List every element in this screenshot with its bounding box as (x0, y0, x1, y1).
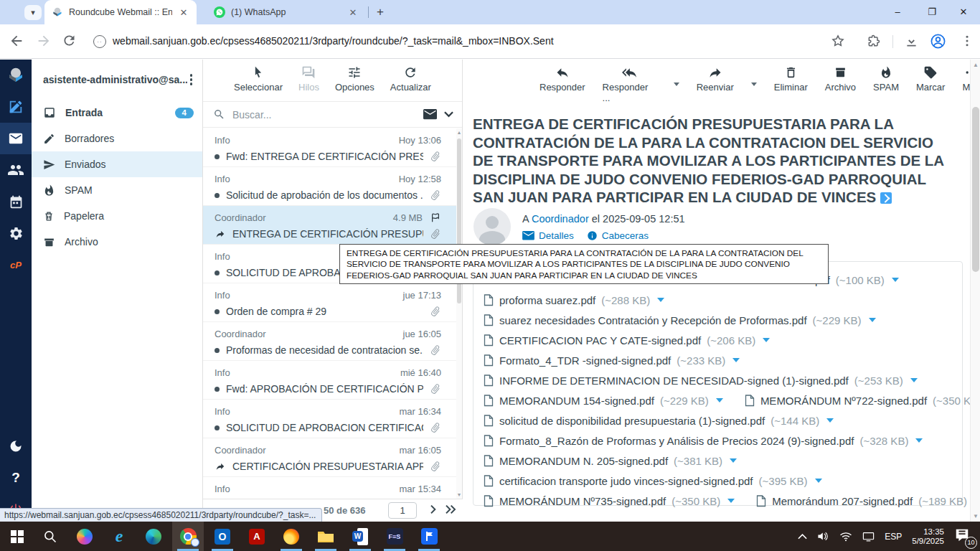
start-button[interactable] (1, 522, 33, 551)
contacts-icon[interactable] (0, 154, 32, 186)
taskbar-clock[interactable]: 13:35 5/9/2025 (912, 527, 944, 546)
message-row-selected[interactable]: Coordinador4.9 MB ENTREGA DE CERTIFICACI… (203, 206, 457, 245)
cpanel-logo[interactable]: cP (0, 249, 32, 281)
word-icon[interactable]: W (344, 522, 376, 551)
account-menu-icon[interactable] (187, 71, 196, 88)
notification-center-icon[interactable]: 10 (954, 527, 973, 546)
last-page-icon[interactable] (443, 504, 458, 515)
copilot-icon[interactable] (69, 522, 100, 551)
connect-display-icon[interactable] (862, 531, 875, 542)
profile-avatar-icon[interactable] (930, 33, 947, 50)
attachment-item[interactable]: Formato_4_TDR -signed-signed.pdf (~233 K… (484, 354, 740, 367)
attachment-item[interactable]: MEMORANDUM 154-signed.pdf (~229 KB) (484, 395, 723, 407)
tab-roundcube[interactable]: Roundcube Webmail :: Enviados ✕ (44, 0, 197, 24)
tab-close-icon[interactable]: ✕ (178, 7, 189, 18)
message-row[interactable]: Infomié 16:40 Fwd: APROBACIÓN DE CERTIFI… (203, 361, 457, 400)
threads-button[interactable]: Hilos (298, 65, 319, 101)
address-bar[interactable]: webmail.sanjuan.gob.ec/cpsess4685020211/… (113, 35, 554, 47)
forward-caret-icon[interactable] (751, 83, 757, 86)
refresh-button[interactable]: Actualizar (390, 65, 431, 101)
tray-expand-chevron-icon[interactable] (798, 533, 807, 540)
taskbar-search-icon[interactable] (34, 522, 66, 551)
window-minimize-button[interactable]: – (881, 0, 914, 24)
extensions-icon[interactable] (867, 34, 884, 51)
dark-mode-moon-icon[interactable] (0, 430, 32, 462)
attachment-item[interactable]: suarez necesidades Contratación y Recepc… (484, 314, 876, 326)
message-row[interactable]: Coordinadorjue 16:05 Proformas de necesi… (203, 322, 457, 361)
attachment-item[interactable]: Formato_8_Razón de Proformas y Análisis … (484, 435, 923, 447)
forward-button[interactable]: Reenviar (697, 65, 734, 101)
sidebar-item-enviados[interactable]: Enviados (32, 151, 202, 177)
reply-all-button[interactable]: Responder ... (603, 65, 656, 101)
scroll-down-icon[interactable]: ▼ (971, 513, 980, 519)
search-options-chevron-icon[interactable] (444, 111, 453, 118)
reload-icon[interactable] (62, 33, 79, 50)
bookmark-star-icon[interactable] (831, 34, 848, 51)
sidebar-item-entrada[interactable]: Entrada 4 (32, 100, 202, 126)
attachment-item[interactable]: solicitud de disponibilidad presupuestar… (484, 415, 834, 427)
sidebar-item-archivo[interactable]: Archivo (32, 229, 202, 255)
attachment-item[interactable]: MEMORÁNDUM Nº722-signed.pdf (~350 KB) (745, 395, 980, 407)
attachment-caret-icon[interactable] (892, 278, 899, 282)
file-explorer-icon[interactable] (310, 522, 341, 551)
next-page-icon[interactable] (427, 504, 438, 515)
attachment-item[interactable]: certificacion transporte judo vinces-sig… (484, 475, 822, 487)
attachment-caret-icon[interactable] (915, 438, 923, 443)
wifi-icon[interactable] (839, 532, 852, 542)
archive-button[interactable]: Archivo (825, 65, 856, 101)
new-tab-button[interactable]: + (373, 5, 387, 19)
recipient-link[interactable]: Coordinador (532, 213, 589, 225)
tab-list-chevron-icon[interactable]: ▾ (24, 5, 42, 20)
acrobat-icon[interactable]: A (241, 522, 273, 551)
message-row[interactable]: InfoHoy 12:58 Solicitud de aprobación de… (203, 167, 457, 206)
internet-explorer-icon[interactable]: e (103, 522, 135, 551)
mail-module-icon[interactable] (0, 123, 32, 154)
options-button[interactable]: Opciones (335, 65, 374, 101)
flag-icon[interactable] (430, 212, 441, 223)
message-scrollbar[interactable]: ▲ ▼ (970, 60, 980, 522)
language-indicator[interactable]: ESP (885, 532, 902, 542)
calendar-icon[interactable] (0, 186, 32, 217)
page-input[interactable]: 1 (388, 502, 417, 519)
site-info-icon[interactable]: ·· (93, 35, 106, 48)
message-row[interactable]: InfoHoy 13:06 Fwd: ENTREGA DE CERTIFICAC… (203, 128, 457, 167)
spam-button[interactable]: SPAM (873, 65, 899, 101)
scroll-up-icon[interactable]: ▲ (456, 130, 462, 135)
settings-gear-icon[interactable] (0, 217, 32, 249)
attachment-item[interactable]: proforma suarez.pdf (~288 KB) (484, 294, 664, 306)
compose-icon[interactable] (0, 91, 32, 123)
search-input[interactable] (232, 109, 416, 121)
attachment-item[interactable]: Memorándum 207-signed.pdf (~189 KB) (756, 495, 980, 507)
tab-whatsapp[interactable]: (1) WhatsApp ✕ (207, 0, 366, 24)
message-row[interactable]: Coordinadormar 16:05 CERTIFICACIÓN PRESU… (203, 438, 457, 477)
reply-button[interactable]: Responder (540, 65, 585, 101)
flag-app-icon[interactable] (413, 522, 445, 551)
message-row[interactable]: Infojue 17:13 Orden de compra # 29 (203, 283, 457, 322)
delete-button[interactable]: Eliminar (774, 65, 808, 101)
attachment-item[interactable]: MEMORANDUM N. 205-signed.pdf (~381 KB) (484, 455, 737, 467)
attachment-caret-icon[interactable] (826, 418, 834, 423)
window-close-button[interactable]: ✕ (947, 0, 980, 24)
attachment-caret-icon[interactable] (730, 458, 737, 463)
attachment-caret-icon[interactable] (815, 479, 822, 483)
tab-close-icon[interactable]: ✕ (347, 7, 359, 18)
edge-icon[interactable] (138, 522, 169, 551)
reply-all-caret-icon[interactable] (674, 83, 679, 86)
account-header[interactable]: asistente-administrativo@sa... (32, 60, 202, 100)
window-restore-button[interactable]: ❐ (915, 0, 948, 24)
details-link[interactable]: Detalles (522, 230, 574, 241)
search-scope-envelope-icon[interactable] (423, 109, 437, 121)
forward-icon[interactable] (36, 33, 53, 50)
outlook-icon[interactable]: O (207, 522, 238, 551)
scrollbar-thumb[interactable] (972, 107, 979, 272)
external-link-icon[interactable] (880, 192, 892, 204)
firefox-icon[interactable] (275, 522, 307, 551)
chrome-icon[interactable] (172, 522, 204, 551)
list-scrollbar[interactable]: ▲ ▼ (456, 128, 462, 499)
help-icon[interactable]: ? (0, 462, 32, 494)
attachment-item[interactable]: INFORME DE DETERMINACION DE NECESIDAD-si… (484, 375, 918, 387)
attachment-caret-icon[interactable] (657, 298, 664, 302)
headers-link[interactable]: Cabeceras (587, 230, 649, 241)
attachment-caret-icon[interactable] (732, 358, 740, 362)
fes-app-icon[interactable]: F≡S (379, 522, 410, 551)
